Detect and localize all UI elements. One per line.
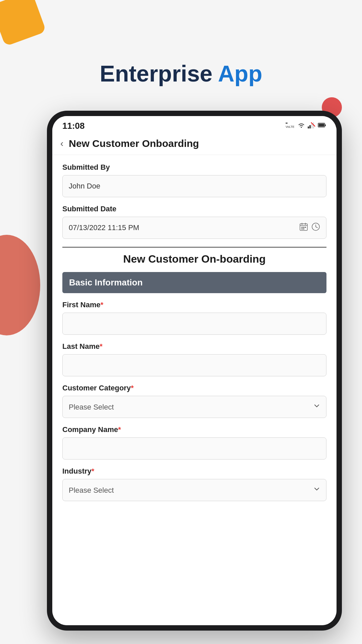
phone-outer: 11:08 VoLTE [47, 111, 342, 631]
svg-rect-6 [311, 124, 312, 128]
first-name-group: First Name* [62, 301, 326, 335]
nav-title: New Customer Onboarding [69, 138, 199, 149]
phone-screen: 11:08 VoLTE [52, 116, 337, 625]
basic-info-label: Basic Information [69, 277, 143, 287]
clock-icon[interactable] [311, 222, 320, 233]
form-scroll-area[interactable]: Submitted By Submitted Date 07/13/2022 1… [52, 155, 337, 625]
page-title-regular: Enterprise [100, 61, 218, 86]
status-time: 11:08 [62, 121, 85, 131]
company-name-input[interactable] [62, 437, 326, 460]
first-name-label: First Name* [62, 301, 326, 309]
svg-rect-20 [303, 228, 304, 229]
first-name-required: * [101, 301, 104, 309]
submitted-date-field[interactable]: 07/13/2022 11:15 PM [62, 217, 326, 239]
submitted-by-group: Submitted By [62, 163, 326, 197]
submitted-date-value: 07/13/2022 11:15 PM [69, 223, 139, 232]
bottom-spacer [62, 508, 326, 522]
phone-wrapper: 11:08 VoLTE [47, 111, 342, 631]
section-divider [62, 247, 326, 248]
basic-info-header: Basic Information [62, 272, 326, 293]
svg-rect-17 [303, 227, 304, 228]
submitted-by-label: Submitted By [62, 163, 326, 172]
industry-group: Industry* Please Select Technology Finan… [62, 467, 326, 501]
deco-yellow-shape [0, 0, 46, 46]
svg-rect-18 [305, 227, 306, 228]
date-time-icons [299, 222, 320, 233]
calendar-icon[interactable] [299, 222, 308, 233]
industry-select[interactable]: Please Select Technology Finance Healthc… [62, 479, 326, 501]
svg-rect-10 [325, 124, 326, 126]
status-icons: VoLTE [286, 122, 326, 130]
first-name-input[interactable] [62, 313, 326, 335]
customer-category-select[interactable]: Please Select Retail Enterprise SMB [62, 396, 326, 418]
company-name-required: * [118, 425, 121, 434]
section-heading: New Customer On-boarding [62, 253, 326, 265]
battery-icon [318, 122, 326, 130]
last-name-label: Last Name* [62, 342, 326, 351]
submitted-date-group: Submitted Date 07/13/2022 11:15 PM [62, 205, 326, 239]
customer-category-label: Customer Category* [62, 384, 326, 392]
customer-category-group: Customer Category* Please Select Retail … [62, 384, 326, 418]
last-name-input[interactable] [62, 354, 326, 376]
page-title-blue: App [218, 61, 262, 86]
page-title-container: Enterprise App [0, 60, 362, 87]
signal-icon [308, 122, 316, 130]
submitted-by-input[interactable] [62, 175, 326, 197]
nav-bar: ‹ New Customer Onboarding [52, 134, 337, 155]
svg-rect-4 [308, 126, 309, 128]
deco-salmon-circle [0, 235, 40, 335]
back-button[interactable]: ‹ [60, 138, 63, 149]
svg-rect-19 [301, 228, 303, 229]
vowifi-icon: VoLTE [286, 122, 295, 130]
svg-rect-0 [286, 123, 288, 124]
industry-required: * [92, 467, 95, 475]
svg-point-3 [301, 127, 302, 128]
customer-category-required: * [131, 384, 134, 392]
submitted-date-label: Submitted Date [62, 205, 326, 213]
svg-rect-5 [309, 125, 311, 128]
industry-label: Industry* [62, 467, 326, 476]
customer-category-select-wrapper: Please Select Retail Enterprise SMB [62, 396, 326, 418]
industry-select-wrapper: Please Select Technology Finance Healthc… [62, 479, 326, 501]
company-name-label: Company Name* [62, 425, 326, 434]
svg-rect-16 [301, 227, 303, 228]
svg-text:VoLTE: VoLTE [286, 125, 294, 128]
svg-rect-1 [286, 122, 288, 123]
wifi-icon [297, 122, 306, 130]
svg-rect-11 [319, 124, 324, 127]
company-name-group: Company Name* [62, 425, 326, 460]
svg-line-23 [316, 227, 317, 228]
last-name-required: * [100, 342, 103, 351]
last-name-group: Last Name* [62, 342, 326, 376]
status-bar: 11:08 VoLTE [52, 116, 337, 134]
